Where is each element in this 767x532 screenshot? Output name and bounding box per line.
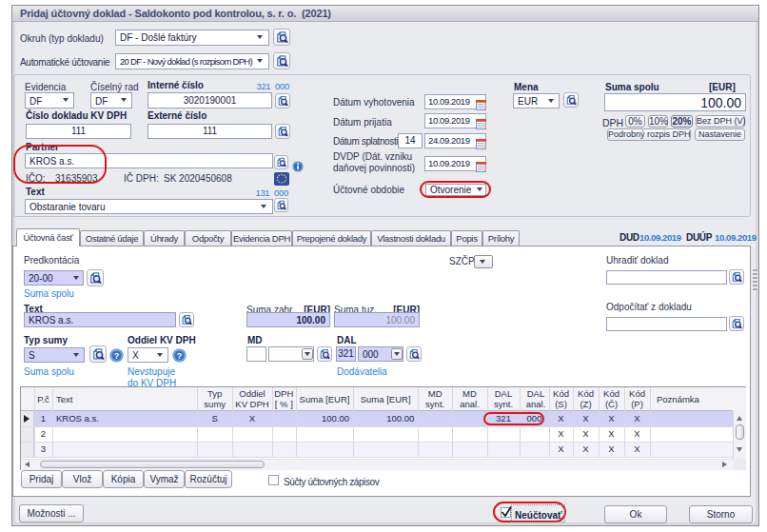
svg-text:?: ?	[177, 351, 183, 361]
svg-text:?: ?	[114, 351, 120, 361]
